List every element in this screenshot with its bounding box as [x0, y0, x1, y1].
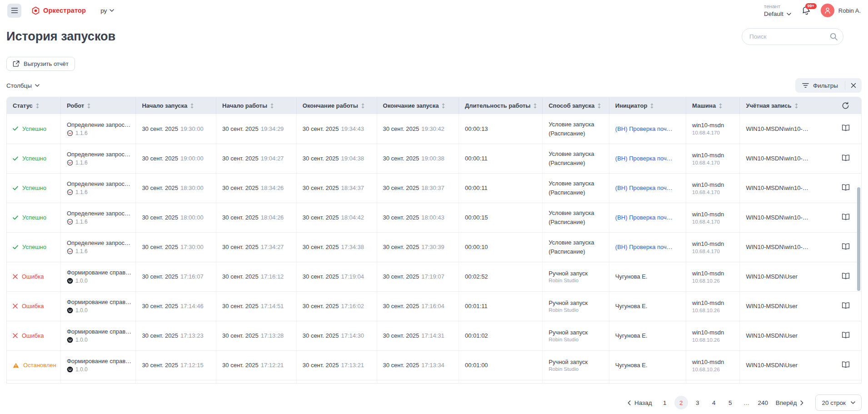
column-header-5[interactable]: Окончание работы: [296, 97, 377, 114]
refresh-icon: [842, 102, 849, 110]
robot-name: Формирование справ…: [67, 269, 132, 276]
filters-group: Фильтры: [795, 78, 862, 93]
pagination-next-label: Вперёд: [776, 399, 797, 406]
status-text: Успешно: [22, 214, 46, 221]
pagination: Назад 12345…240 Вперёд 20 строк: [6, 394, 862, 411]
log-book-icon[interactable]: [842, 184, 850, 191]
initiator[interactable]: (ВН) Проверка поч…: [615, 214, 673, 221]
vertical-scrollbar[interactable]: [857, 187, 860, 291]
robot-version: 1.1.6: [75, 248, 88, 254]
launch-end-cell: 30 сент. 202517:14:31: [377, 321, 459, 350]
robot-version: 1.1.6: [75, 160, 88, 166]
status-icon: [13, 333, 18, 338]
export-icon: [13, 60, 20, 67]
table-row[interactable]: Остановлен Формирование справ… 1.0.0 30 …: [7, 350, 861, 380]
robot-version: 1.1.6: [75, 219, 88, 225]
launch-start-cell: 30 сент. 202518:00:00: [136, 203, 216, 232]
launch-start-cell: 30 сент. 202517:16:07: [136, 262, 216, 291]
robot-name: Формирование справ…: [67, 358, 132, 364]
robot-icon: [67, 307, 73, 314]
column-header-11[interactable]: Учётная запись: [740, 97, 836, 114]
column-header-10[interactable]: Машина: [686, 97, 740, 114]
initiator[interactable]: (ВН) Проверка поч…: [615, 185, 673, 191]
tenant-selector[interactable]: тенант Default: [764, 4, 791, 17]
app-logo[interactable]: Оркестратор: [31, 6, 86, 15]
initiator[interactable]: (ВН) Проверка поч…: [615, 155, 673, 162]
work-end-cell: 30 сент. 202517:16:02: [296, 291, 377, 321]
sort-icon: [87, 103, 90, 109]
machine-cell: win10-msdn 10.68.4.170: [686, 173, 740, 203]
tenant-value: Default: [764, 10, 783, 17]
robot-icon: [67, 366, 73, 373]
column-header-9[interactable]: Инициатор: [609, 97, 686, 114]
hamburger-menu-button[interactable]: [7, 4, 21, 18]
account: WIN10-MSDN\win10-…: [746, 244, 808, 250]
table-row[interactable]: Ошибка Формирование справ… 1.0.0 30 сент…: [7, 262, 861, 291]
work-start-cell: 30 сент. 202518:34:26: [216, 173, 297, 203]
status-icon: [13, 186, 18, 190]
pagination-next-button[interactable]: Вперёд: [776, 399, 804, 406]
column-header-4[interactable]: Начало работы: [216, 97, 297, 114]
avatar[interactable]: [821, 4, 834, 17]
export-report-button[interactable]: Выгрузить отчёт: [6, 57, 75, 71]
filters-button[interactable]: Фильтры: [795, 78, 845, 93]
robot-version: 1.1.6: [75, 189, 88, 195]
page-240[interactable]: 240: [756, 396, 770, 409]
work-end-cell: 30 сент. 202517:14:30: [296, 321, 377, 350]
notifications-button[interactable]: 99+: [801, 6, 811, 15]
launch-method-cell: Условие запуска (Расписание): [543, 144, 609, 173]
machine-cell: win10-msdn 10.68.10.26: [686, 262, 740, 291]
work-start-cell: 30 сент. 202519:04:27: [216, 144, 297, 173]
page-1[interactable]: 1: [658, 396, 672, 409]
log-book-icon[interactable]: [842, 125, 850, 131]
log-book-icon[interactable]: [842, 273, 850, 279]
column-header-6[interactable]: Окончание запуска: [377, 97, 459, 114]
machine-cell: win10-msdn 10.68.4.170: [686, 114, 740, 144]
page-2[interactable]: 2: [674, 396, 688, 409]
pagination-prev-button[interactable]: Назад: [628, 399, 652, 406]
log-book-icon[interactable]: [842, 361, 850, 368]
account: WIN10-MSDN\User: [746, 362, 797, 369]
log-book-icon[interactable]: [842, 243, 850, 250]
log-book-icon[interactable]: [842, 155, 850, 161]
table-row[interactable]: Успешно Определение запрос… 1.1.6 30 сен…: [7, 203, 861, 232]
page-5[interactable]: 5: [723, 396, 737, 409]
table-row[interactable]: Ошибка Формирование справ… 1.0.0 30 сент…: [7, 291, 861, 321]
page-3[interactable]: 3: [691, 396, 704, 409]
rows-per-page-value: 20 строк: [822, 399, 846, 406]
work-start-cell: 30 сент. 202517:34:27: [216, 232, 297, 262]
column-header-1[interactable]: Статус: [7, 97, 60, 114]
table-row[interactable]: Ошибка Формирование справ… 1.0.0 30 сент…: [7, 321, 861, 350]
rows-per-page-select[interactable]: 20 строк: [815, 394, 862, 411]
column-header-2[interactable]: Робот: [60, 97, 135, 114]
chevron-right-icon: [800, 400, 803, 405]
column-header-3[interactable]: Начало запуска: [136, 97, 216, 114]
page-4[interactable]: 4: [707, 396, 721, 409]
filters-close-button[interactable]: [845, 78, 862, 93]
initiator[interactable]: (ВН) Проверка поч…: [615, 125, 673, 132]
table-row[interactable]: Успешно Определение запрос… 1.1.6 30 сен…: [7, 114, 861, 144]
hamburger-icon: [11, 7, 18, 14]
columns-button[interactable]: Столбцы: [6, 82, 40, 89]
log-book-icon[interactable]: [842, 214, 850, 220]
log-book-icon[interactable]: [842, 332, 850, 339]
column-header-8[interactable]: Способ запуска: [543, 97, 609, 114]
orchestrator-logo-icon: [31, 6, 40, 15]
search-icon[interactable]: [830, 33, 838, 40]
table-row[interactable]: Успешно Определение запрос… 1.1.6 30 сен…: [7, 144, 861, 173]
duration-cell: 00:00:11: [459, 173, 543, 203]
chevron-down-icon: [787, 13, 791, 15]
launch-end-cell: 30 сент. 202517:13:34: [377, 350, 459, 380]
table-row[interactable]: Успешно Определение запрос… 1.1.6 30 сен…: [7, 173, 861, 203]
sort-icon: [361, 103, 364, 109]
search-input[interactable]: [742, 28, 843, 45]
column-header-7[interactable]: Длительность работы: [459, 97, 543, 114]
table-row[interactable]: Успешно Определение запрос… 1.1.6 30 сен…: [7, 232, 861, 262]
log-book-icon[interactable]: [842, 302, 850, 309]
launch-end-cell: 30 сент. 202517:16:04: [377, 291, 459, 321]
initiator[interactable]: (ВН) Проверка поч…: [615, 244, 673, 250]
launch-method-cell: Ручной запуск Robin Studio: [543, 262, 609, 291]
launch-start-cell: 30 сент. 202517:14:46: [136, 291, 216, 321]
refresh-button[interactable]: [842, 102, 858, 110]
language-selector[interactable]: ру: [100, 7, 114, 14]
